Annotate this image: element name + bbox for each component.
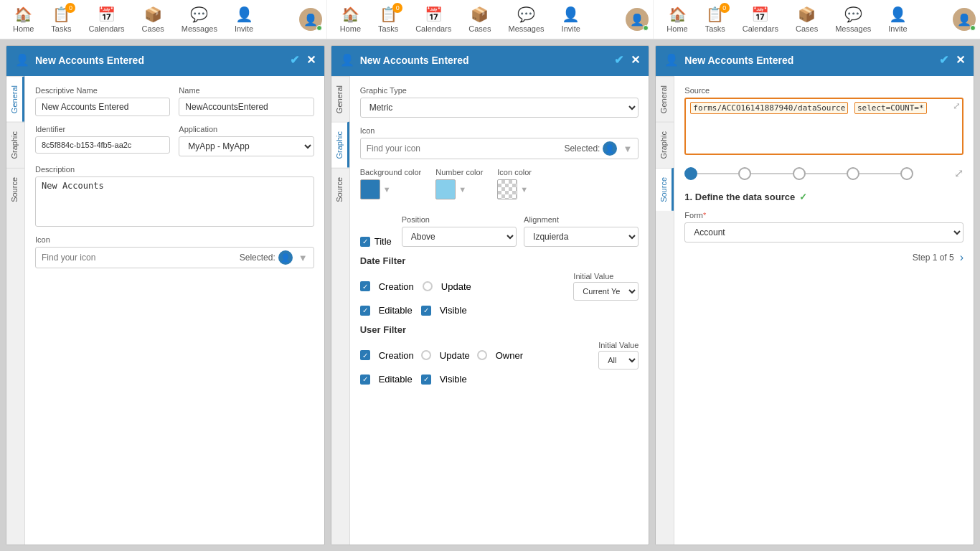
nav-invite-2[interactable]: 👤 Invite [553, 1, 589, 37]
nav-calendars-label-3: Calendars [743, 24, 778, 33]
nav-invite-1[interactable]: 👤 Invite [226, 1, 262, 37]
panel-3-tab-general[interactable]: General [656, 76, 674, 122]
user-editable-checkbox[interactable]: ✓ [360, 375, 370, 385]
step-2-circle[interactable] [738, 167, 751, 180]
invite-icon-2: 👤 [562, 6, 580, 23]
nav-messages-1[interactable]: 💬 Messages [173, 1, 226, 37]
date-filter-title: Date Filter [360, 255, 639, 266]
nav-cases-1[interactable]: 📦 Cases [133, 1, 173, 37]
step-next-button[interactable]: › [960, 251, 963, 264]
name-input[interactable] [179, 98, 314, 116]
bg-color-dropdown[interactable]: ▼ [383, 185, 391, 194]
source-part1: forms/ACCO16141887940/dataSource [690, 102, 848, 114]
descriptive-name-input[interactable] [35, 98, 170, 116]
nav-cases-3[interactable]: 📦 Cases [787, 1, 826, 37]
icon-label-2: Icon [360, 126, 639, 135]
title-checkbox[interactable]: ✓ [360, 237, 370, 247]
panel-3-header-icon: 👤 [664, 53, 679, 67]
panel-3-confirm-button[interactable]: ✔ [939, 53, 948, 67]
nav-invite-label-2: Invite [562, 24, 580, 33]
date-editable-checkbox[interactable]: ✓ [360, 306, 370, 316]
number-color-swatch[interactable] [435, 179, 456, 199]
date-creation-checkbox[interactable]: ✓ [360, 281, 370, 291]
nav-calendars-2[interactable]: 📅 Calendars [407, 1, 460, 37]
date-initial-value-select[interactable]: Current Ye [573, 282, 639, 301]
nav-tasks-label-2: Tasks [378, 24, 398, 33]
bg-color-swatch[interactable] [360, 179, 380, 199]
user-update-radio[interactable] [421, 350, 431, 360]
step-4-circle[interactable] [847, 167, 859, 180]
user-visible-checkbox[interactable]: ✓ [421, 375, 431, 385]
icon-color-swatch[interactable] [497, 179, 517, 199]
panel-2-close-button[interactable]: ✕ [631, 53, 640, 67]
icon-dropdown-arrow-1[interactable]: ▼ [298, 253, 308, 263]
nav-cases-2[interactable]: 📦 Cases [460, 1, 499, 37]
nav-invite-3[interactable]: 👤 Invite [880, 1, 915, 37]
nav-tasks-1[interactable]: 0 📋 Tasks [42, 1, 80, 37]
avatar-3[interactable]: 👤 [953, 8, 976, 31]
step-3-circle[interactable] [793, 167, 806, 180]
application-label: Application [179, 125, 314, 133]
messages-icon-1: 💬 [190, 6, 208, 23]
panel-1-tab-source[interactable]: Source [6, 168, 24, 211]
icon-search-input-2[interactable] [367, 143, 559, 154]
step-1-circle[interactable] [684, 167, 697, 180]
alignment-select[interactable]: Izquierda [524, 227, 639, 247]
avatar-1[interactable]: 👤 [299, 8, 322, 31]
icon-selector-1[interactable]: Selected: 👤 ▼ [35, 247, 314, 268]
calendars-icon-1: 📅 [98, 6, 116, 23]
icon-selector-2[interactable]: Selected: 👤 ▼ [360, 138, 639, 159]
avatar-2[interactable]: 👤 [626, 8, 649, 31]
position-select[interactable]: Above [402, 227, 517, 247]
expand-steps-button[interactable]: ⤢ [954, 166, 963, 180]
number-color-dropdown[interactable]: ▼ [458, 185, 466, 194]
user-initial-value-label: Initial Value [598, 341, 639, 349]
source-textarea-container[interactable]: forms/ACCO16141887940/dataSource select=… [684, 98, 963, 155]
position-label: Position [402, 215, 517, 224]
form-select[interactable]: Account [684, 222, 963, 242]
panel-3-close-button[interactable]: ✕ [956, 53, 965, 67]
nav-home-1[interactable]: 🏠 Home [4, 1, 42, 37]
date-update-radio[interactable] [423, 281, 433, 291]
calendars-icon-3: 📅 [751, 6, 769, 23]
identifier-input[interactable] [35, 136, 170, 154]
nav-tasks-2[interactable]: 0 📋 Tasks [369, 1, 407, 37]
nav-home-2[interactable]: 🏠 Home [331, 1, 369, 37]
user-initial-value-select[interactable]: All [598, 351, 639, 369]
step-5-circle[interactable] [900, 167, 913, 180]
panel-2-side-tabs: General Graphic Source [331, 76, 350, 545]
description-textarea[interactable]: New Accounts [35, 176, 314, 227]
nav-calendars-label-1: Calendars [88, 24, 124, 33]
panel-1-tab-general[interactable]: General [6, 76, 24, 122]
tasks-badge-3: 0 [720, 3, 730, 13]
expand-source-icon[interactable]: ⤢ [953, 100, 961, 111]
panel-1-tab-graphic[interactable]: Graphic [6, 122, 24, 168]
nav-tasks-3[interactable]: 0 📋 Tasks [697, 1, 734, 37]
icon-dropdown-arrow-2[interactable]: ▼ [623, 143, 632, 154]
panel-2-confirm-button[interactable]: ✔ [614, 53, 623, 67]
nav-invite-label-1: Invite [235, 24, 253, 33]
alignment-label: Alignment [524, 215, 639, 224]
title-label: Title [374, 236, 392, 247]
date-visible-checkbox[interactable]: ✓ [421, 306, 431, 316]
icon-color-dropdown[interactable]: ▼ [520, 185, 528, 194]
nav-messages-2[interactable]: 💬 Messages [499, 1, 552, 37]
panel-3-tab-graphic[interactable]: Graphic [656, 122, 674, 168]
icon-label: Icon [35, 235, 314, 244]
nav-home-3[interactable]: 🏠 Home [658, 1, 696, 37]
icon-search-input-1[interactable] [42, 253, 234, 263]
user-owner-radio[interactable] [477, 350, 487, 360]
panel-2-tab-source[interactable]: Source [331, 168, 349, 211]
nav-calendars-3[interactable]: 📅 Calendars [734, 1, 787, 37]
panel-2-tab-general[interactable]: General [331, 76, 349, 122]
panel-3-tab-source[interactable]: Source [656, 168, 674, 211]
user-creation-checkbox[interactable]: ✓ [360, 350, 370, 360]
panel-1-close-button[interactable]: ✕ [306, 53, 316, 67]
nav-calendars-1[interactable]: 📅 Calendars [80, 1, 133, 37]
application-select[interactable]: MyApp - MyApp [179, 136, 314, 156]
panel-1-confirm-button[interactable]: ✔ [290, 53, 299, 67]
nav-messages-3[interactable]: 💬 Messages [826, 1, 880, 37]
panel-2-tab-graphic[interactable]: Graphic [331, 122, 349, 168]
user-filter-title: User Filter [360, 324, 639, 335]
graphic-type-select[interactable]: Metric [360, 98, 639, 118]
